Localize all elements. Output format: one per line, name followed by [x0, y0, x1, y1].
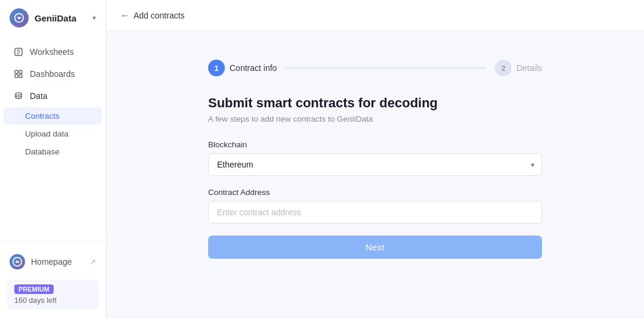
back-arrow-icon: ← [120, 10, 130, 21]
contracts-label: Contracts [25, 112, 60, 120]
step-2-num: 2 [501, 64, 506, 73]
contract-address-label: Contract Address [208, 188, 542, 197]
sidebar-section-data[interactable]: Data [4, 85, 102, 107]
blockchain-label: Blockchain [208, 140, 542, 149]
step-2: 2 Details [495, 60, 542, 76]
data-icon [13, 91, 24, 101]
chevron-down-icon: ▾ [92, 14, 96, 22]
sidebar-item-contracts[interactable]: Contracts [4, 107, 102, 125]
step-2-label: Details [516, 63, 542, 73]
sidebar-footer: Homepage ↗ PREMIUM 160 days left [0, 241, 106, 319]
form-card: 1 Contract info 2 Details Submit smart c… [208, 60, 542, 259]
dashboards-label: Dashboards [30, 69, 75, 79]
homepage-icon [10, 254, 25, 270]
blockchain-select[interactable]: Ethereum Polygon BSC Arbitrum Optimism [208, 153, 542, 176]
premium-badge: PREMIUM [14, 284, 54, 294]
blockchain-field: Ethereum Polygon BSC Arbitrum Optimism ▾ [208, 153, 542, 176]
svg-rect-6 [19, 70, 22, 73]
next-button[interactable]: Next [208, 236, 542, 259]
topbar: ← Add contracts [106, 0, 644, 31]
sidebar-item-database[interactable]: Database [4, 143, 102, 160]
step-1-label: Contract info [230, 63, 277, 73]
sidebar: GeniiData ▾ Worksheets Dashboards Data C… [0, 0, 106, 319]
steps-row: 1 Contract info 2 Details [208, 60, 542, 76]
logo-area[interactable]: GeniiData ▾ [0, 0, 106, 36]
sidebar-item-worksheets[interactable]: Worksheets [4, 41, 102, 63]
content-area: 1 Contract info 2 Details Submit smart c… [106, 31, 644, 319]
svg-rect-5 [15, 70, 18, 73]
contract-address-input[interactable] [208, 201, 542, 224]
homepage-label: Homepage [31, 257, 72, 267]
logo-icon [10, 8, 29, 27]
main-content: ← Add contracts 1 Contract info 2 Detai [106, 0, 644, 319]
step-2-circle: 2 [495, 60, 512, 76]
svg-point-9 [16, 93, 21, 95]
sidebar-item-dashboards[interactable]: Dashboards [4, 63, 102, 85]
step-1-num: 1 [214, 64, 218, 73]
dashboard-icon [13, 69, 24, 79]
svg-rect-8 [19, 75, 22, 78]
premium-box: PREMIUM 160 days left [7, 280, 98, 309]
svg-rect-7 [15, 75, 18, 78]
page-title: Add contracts [134, 11, 185, 20]
step-divider [286, 67, 485, 69]
form-subtitle: A few steps to add new contracts to Geni… [208, 114, 542, 123]
sidebar-item-upload-data[interactable]: Upload data [4, 125, 102, 143]
days-left: 160 days left [14, 296, 91, 305]
sidebar-item-homepage[interactable]: Homepage ↗ [0, 249, 106, 275]
data-section-label: Data [30, 91, 48, 101]
database-label: Database [25, 147, 60, 156]
form-title: Submit smart contracts for decoding [208, 95, 542, 111]
sidebar-nav: Worksheets Dashboards Data Contracts Upl… [0, 36, 106, 241]
worksheets-label: Worksheets [30, 47, 74, 57]
worksheet-icon [13, 47, 24, 57]
step-1-circle: 1 [208, 60, 225, 76]
external-link-icon: ↗ [90, 258, 96, 266]
app-name: GeniiData [35, 13, 76, 23]
upload-data-label: Upload data [25, 129, 69, 138]
step-1: 1 Contract info [208, 60, 277, 76]
back-button[interactable]: ← Add contracts [120, 10, 185, 21]
